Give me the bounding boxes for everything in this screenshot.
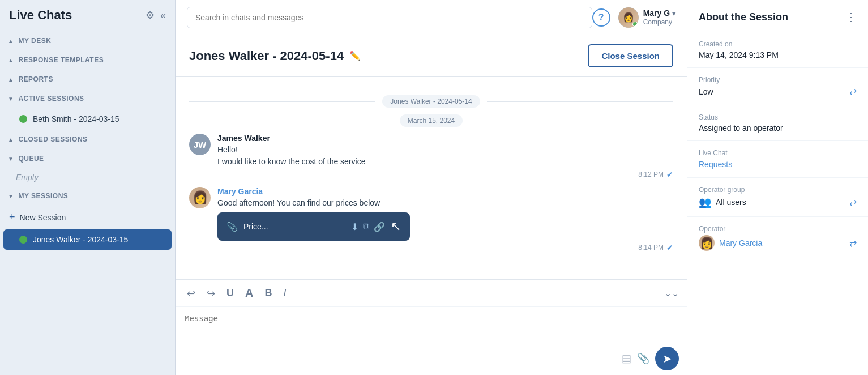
live-chat-label: Live Chat — [699, 149, 857, 157]
my-sessions-label: MY SESSIONS — [18, 192, 68, 200]
mary-avatar: 👩 — [189, 187, 211, 208]
sidebar-section-active-sessions[interactable]: ▼ ACTIVE SESSIONS — [0, 89, 175, 108]
edit-icon[interactable]: ✏️ — [349, 50, 361, 61]
right-field-priority: Priority Low ⇄ — [687, 68, 868, 105]
chat-body: Jones Walker - 2024-05-14 March 15, 2024… — [176, 77, 687, 279]
divider-line-left — [189, 101, 375, 102]
expand-icon[interactable]: ⌄⌄ — [664, 288, 679, 299]
attachment-name: Price... — [243, 222, 345, 231]
download-icon[interactable]: ⬇ — [351, 221, 358, 232]
march-divider-line-right — [469, 121, 673, 121]
link-icon[interactable]: 🔗 — [374, 221, 385, 232]
divider-line-right — [487, 101, 673, 102]
operator-avatar: 👩 — [699, 235, 715, 251]
operator-label: Operator — [699, 225, 857, 233]
italic-button[interactable]: I — [280, 285, 289, 301]
sidebar-section-response-templates[interactable]: ▲ RESPONSE TEMPLATES — [0, 50, 175, 70]
bold-button[interactable]: B — [261, 285, 275, 301]
caret-icon: ▾ — [672, 10, 675, 18]
response-templates-label: RESPONSE TEMPLATES — [18, 56, 104, 64]
chat-header: Jones Walker - 2024-05-14 ✏️ Close Sessi… — [176, 35, 687, 77]
sidebar-item-beth-smith[interactable]: Beth Smith - 2024-03-15 — [3, 109, 172, 129]
operator-edit-icon[interactable]: ⇄ — [849, 238, 857, 249]
send-button[interactable]: ➤ — [655, 347, 679, 370]
send-icon: ➤ — [662, 352, 672, 365]
paperclip-icon: 📎 — [226, 221, 238, 232]
priority-label: Priority — [699, 76, 857, 84]
created-on-label: Created on — [699, 40, 857, 48]
status-label: Status — [699, 113, 857, 121]
attach-button[interactable]: 📎 — [637, 352, 649, 365]
composer-toolbar: ↩ ↪ U A B I ⌄⌄ — [176, 280, 687, 307]
collapse-icon[interactable]: « — [160, 10, 166, 22]
font-button[interactable]: A — [242, 284, 256, 302]
created-on-value: May 14, 2024 9:13 PM — [699, 50, 857, 59]
right-field-status: Status Assigned to an operator — [687, 105, 868, 141]
undo-button[interactable]: ↩ — [183, 285, 199, 302]
march-date-divider: March 15, 2024 — [189, 114, 673, 127]
status-value: Assigned to an operator — [699, 123, 857, 133]
session-date-label: Jones Walker - 2024-05-14 — [382, 95, 480, 108]
jones-walker-label: Jones Walker - 2024-03-15 — [33, 235, 128, 244]
composer: ↩ ↪ U A B I ⌄⌄ ▤ 📎 ➤ — [176, 279, 687, 375]
message-content-mary: Mary Garcia Good afternoon! You can find… — [217, 187, 673, 252]
online-dot — [19, 115, 27, 123]
sidebar-section-my-desk[interactable]: ▲ MY DESK — [0, 31, 175, 50]
active-sessions-label: ACTIVE SESSIONS — [18, 95, 84, 103]
plus-icon: + — [9, 211, 15, 223]
james-message-meta: 8:12 PM ✔ — [217, 170, 673, 179]
live-chat-link[interactable]: Requests — [699, 160, 732, 169]
priority-edit-icon[interactable]: ⇄ — [849, 86, 857, 97]
right-panel-header: About the Session ⋮ — [687, 0, 868, 32]
operator-row: 👩 Mary Garcia ⇄ — [699, 235, 857, 251]
operator-group-edit-icon[interactable]: ⇄ — [849, 197, 857, 208]
james-message-line2: I would like to know the cost of the ser… — [217, 156, 673, 168]
james-message-time: 8:12 PM — [638, 171, 664, 178]
mary-sender-name: Mary Garcia — [217, 187, 673, 196]
mary-message-meta: 8:14 PM ✔ — [217, 243, 673, 252]
sidebar-section-closed-sessions[interactable]: ▲ CLOSED SESSIONS — [0, 130, 175, 149]
user-avatar-area[interactable]: 👩 Mary G ▾ Company — [618, 7, 675, 28]
operator-link[interactable]: Mary Garcia — [719, 238, 762, 248]
right-field-created-on: Created on May 14, 2024 9:13 PM — [687, 32, 868, 68]
closed-sessions-label: CLOSED SESSIONS — [18, 135, 87, 143]
attachment-card[interactable]: 📎 Price... ⬇ ⧉ 🔗 ↖ — [217, 212, 410, 241]
underline-button[interactable]: U — [223, 285, 237, 301]
new-session-button[interactable]: + New Session — [0, 206, 175, 229]
close-session-button[interactable]: Close Session — [588, 44, 673, 67]
main-area: ? 👩 Mary G ▾ Company Jones Walker - 20 — [176, 0, 687, 375]
sidebar-section-reports[interactable]: ▲ REPORTS — [0, 70, 175, 89]
copy-icon[interactable]: ⧉ — [363, 221, 369, 232]
gear-icon[interactable]: ⚙ — [146, 9, 155, 22]
help-icon: ? — [598, 12, 604, 23]
topbar: ? 👩 Mary G ▾ Company — [176, 0, 687, 35]
sidebar-section-my-sessions[interactable]: ▼ MY SESSIONS — [0, 186, 175, 206]
james-sent-icon: ✔ — [666, 170, 673, 179]
message-row-mary: 👩 Mary Garcia Good afternoon! You can fi… — [189, 187, 673, 252]
search-input[interactable] — [187, 7, 592, 28]
online-status-dot — [632, 22, 638, 27]
james-sender-name: James Walker — [217, 134, 673, 143]
sidebar-header-icons: ⚙ « — [146, 9, 166, 22]
operator-group-row: 👥 All users ⇄ — [699, 196, 857, 208]
march-date-label: March 15, 2024 — [400, 114, 463, 127]
message-input[interactable] — [176, 307, 687, 341]
active-sessions-arrow: ▼ — [8, 96, 14, 102]
redo-button[interactable]: ↪ — [203, 285, 219, 302]
user-name: Mary G ▾ — [643, 8, 675, 18]
help-button[interactable]: ? — [592, 8, 610, 27]
template-button[interactable]: ▤ — [622, 352, 631, 365]
response-templates-arrow: ▲ — [8, 57, 14, 63]
sidebar-item-jones-walker[interactable]: Jones Walker - 2024-03-15 — [3, 229, 172, 250]
sidebar-section-queue[interactable]: ▼ QUEUE — [0, 149, 175, 168]
queue-label: QUEUE — [18, 155, 44, 163]
my-sessions-arrow: ▼ — [8, 193, 14, 199]
right-field-operator: Operator 👩 Mary Garcia ⇄ — [687, 217, 868, 259]
james-avatar: JW — [189, 134, 211, 155]
session-divider: Jones Walker - 2024-05-14 — [189, 95, 673, 108]
mary-message-line1: Good afternoon! You can find our prices … — [217, 197, 673, 209]
priority-value: Low — [699, 87, 713, 96]
reports-arrow: ▲ — [8, 76, 14, 83]
right-panel-menu-icon[interactable]: ⋮ — [845, 10, 857, 24]
queue-arrow: ▼ — [8, 156, 14, 162]
